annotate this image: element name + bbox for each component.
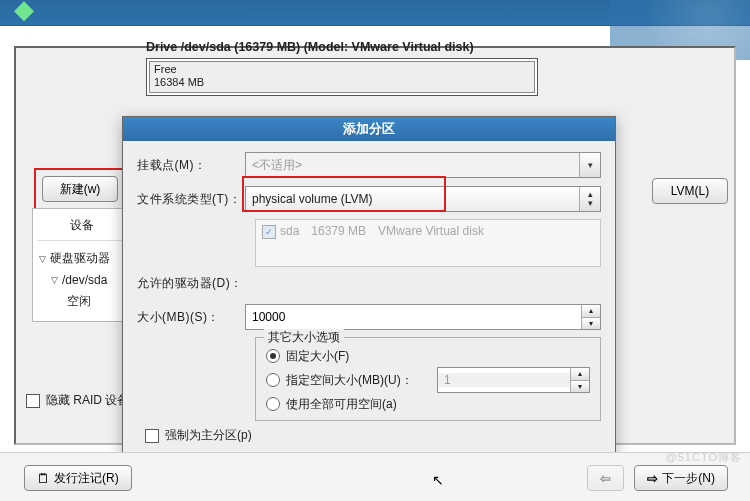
lvm-button[interactable]: LVM(L) — [652, 178, 728, 204]
group-title: 其它大小选项 — [264, 329, 344, 346]
drive-summary: Drive /dev/sda (16379 MB) (Model: VMware… — [146, 40, 646, 96]
drive-title: Drive /dev/sda (16379 MB) (Model: VMware… — [146, 40, 646, 54]
checkbox-icon[interactable]: ✓ — [262, 225, 276, 239]
force-primary-checkbox[interactable]: 强制为主分区(p) — [145, 427, 601, 444]
fstype-value: physical volume (LVM) — [252, 192, 372, 206]
size-spinner[interactable]: ▴▾ — [245, 304, 601, 330]
spin-down-icon[interactable]: ▾ — [582, 317, 600, 330]
add-partition-dialog: 添加分区 挂载点(M)： <不适用> ▾ 文件系统类型(T)： physical… — [122, 116, 616, 464]
logo-icon: ◆ — [14, 0, 34, 25]
tree-free[interactable]: 空闲 — [37, 290, 127, 313]
watermark: @51CTO博客 — [666, 450, 742, 465]
tree-harddrives[interactable]: ▽硬盘驱动器 — [37, 247, 127, 270]
expand-icon[interactable]: ▽ — [51, 275, 58, 285]
arrow-left-icon: ⇦ — [600, 471, 611, 486]
mount-point-label: 挂载点(M)： — [137, 157, 245, 174]
opt-fixed-size[interactable]: 固定大小(F) — [266, 344, 590, 368]
new-button[interactable]: 新建(w) — [42, 176, 118, 202]
tree-dev-sda[interactable]: ▽/dev/sda — [37, 270, 127, 290]
back-button[interactable]: ⇦ — [587, 465, 624, 491]
drive-free-region[interactable]: Free 16384 MB — [149, 61, 535, 93]
spin-up-icon: ▴ — [571, 368, 589, 380]
footer-bar: 🗒 发行注记(R) ⇦ ⇨ 下一步(N) — [0, 452, 750, 501]
allowable-drives-list[interactable]: ✓sda 16379 MB VMware Virtual disk — [255, 219, 601, 267]
release-notes-button[interactable]: 🗒 发行注记(R) — [24, 465, 132, 491]
radio-icon[interactable] — [266, 349, 280, 363]
dialog-title: 添加分区 — [123, 117, 615, 141]
free-size: 16384 MB — [154, 76, 530, 89]
dropdown-icon[interactable]: ▾ — [579, 153, 600, 177]
free-label: Free — [154, 63, 530, 76]
spin-up-icon[interactable]: ▴ — [582, 305, 600, 317]
next-button[interactable]: ⇨ 下一步(N) — [634, 465, 728, 491]
allowdrv-label: 允许的驱动器(D)： — [137, 275, 245, 292]
dropdown-icon[interactable]: ▴▾ — [579, 187, 600, 211]
note-icon: 🗒 — [37, 471, 50, 486]
radio-icon[interactable] — [266, 397, 280, 411]
mount-point-value: <不适用> — [252, 157, 302, 174]
spin-down-icon: ▾ — [571, 380, 589, 393]
size-input[interactable] — [246, 310, 600, 324]
radio-icon[interactable] — [266, 373, 280, 387]
arrow-right-icon: ⇨ — [647, 471, 658, 486]
checkbox-icon[interactable] — [26, 394, 40, 408]
checkbox-icon[interactable] — [145, 429, 159, 443]
expand-icon[interactable]: ▽ — [39, 254, 46, 264]
fstype-label: 文件系统类型(T)： — [137, 191, 245, 208]
size-options-group: 其它大小选项 固定大小(F) 指定空间大小(MB)(U)： ▴▾ 使用全部可用空… — [255, 337, 601, 421]
opt-use-all[interactable]: 使用全部可用空间(a) — [266, 392, 590, 416]
fstype-combo[interactable]: physical volume (LVM) ▴▾ — [245, 186, 601, 212]
mount-point-combo[interactable]: <不适用> ▾ — [245, 152, 601, 178]
opt-fill-up-to[interactable]: 指定空间大小(MB)(U)： ▴▾ — [266, 368, 590, 392]
fill-size-input — [438, 373, 589, 387]
drive-map[interactable]: Free 16384 MB — [146, 58, 538, 96]
fill-size-spinner: ▴▾ — [437, 367, 590, 393]
sidebar-header: 设备 — [37, 217, 127, 241]
device-sidebar: 设备 ▽硬盘驱动器 ▽/dev/sda 空闲 — [32, 208, 132, 322]
size-label: 大小(MB)(S)： — [137, 309, 245, 326]
